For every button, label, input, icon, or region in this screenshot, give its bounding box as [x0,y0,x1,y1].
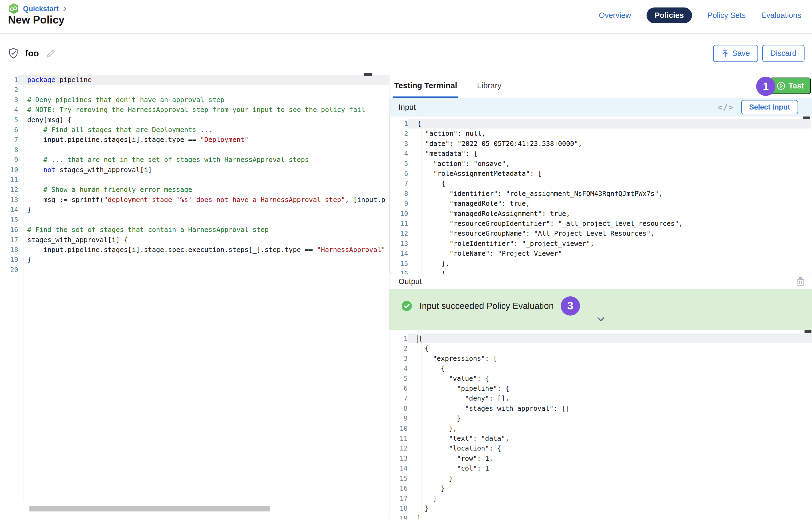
input-gutter-divider [422,116,422,274]
upload-arrow-icon [721,49,729,58]
nav-policies-active[interactable]: Policies [646,7,692,23]
code-line: 10 "managedRoleAssignment": true, [390,209,811,218]
breadcrumb: Quickstart [8,3,67,15]
code-line: 12 "location": { [389,443,812,453]
input-overview-ruler-mark [803,116,810,119]
trash-icon[interactable] [796,277,805,287]
input-section-header: Input </> Select Input [389,98,812,116]
code-line: 1{ [390,119,811,129]
code-brackets-icon[interactable]: </> [718,103,734,112]
code-line: 5deny[msg] { [0,115,389,125]
policy-code-editor[interactable]: 1package pipeline23# Deny pipelines that… [0,73,389,519]
code-line: 11 [0,175,389,185]
input-json-lines: 1{2 "action": null,3 "date": "2022-05-05… [390,119,811,274]
code-line: 6 "roleAssignmentMetadata": [ [390,168,811,179]
save-button[interactable]: Save [713,45,758,62]
code-line: 1[ [389,334,812,343]
code-line: 4 { [389,363,812,373]
discard-button-label: Discard [770,49,796,58]
policy-editor-page: Quickstart New Policy Overview Policies … [0,0,812,520]
editor-overview-ruler-mark [364,73,372,76]
input-label: Input [399,103,416,112]
code-line: 14} [0,205,389,214]
code-line: 18 } [389,503,812,513]
shield-check-icon [7,47,19,59]
page-title: New Policy [8,14,65,26]
code-line: 11 "resourceGroupIdentifier": "_all_proj… [390,218,811,229]
chevron-down-icon[interactable] [597,317,605,321]
code-line: 16 } [389,484,812,493]
code-line: 4 "metadata": { [390,149,811,158]
top-nav: Overview Policies Policy Sets Evaluation… [599,7,801,23]
code-line: 1package pipeline [0,75,389,85]
code-line: 16 { [390,268,811,274]
check-circle-icon [401,300,412,312]
code-line: 19] [389,513,812,519]
code-line: 17 ] [389,494,812,503]
code-line: 6 # Find all stages that are Deployments… [0,125,389,135]
code-line: 13 "row": 1, [389,453,812,463]
code-line: 8 "identifier": "role_assignment_NsFQM43… [390,189,811,199]
code-line: 9 # ... that are not in the set of stage… [0,155,389,164]
nav-policy-sets[interactable]: Policy Sets [708,11,746,20]
code-line: 5 "value": { [389,373,812,384]
code-line: 10 not stages_with_approval[i] [0,165,389,175]
policy-toolbar: foo Save Discard [0,34,812,73]
code-line: 14 "col": 1 [389,463,812,473]
edit-pencil-icon[interactable] [45,47,57,59]
editor-horizontal-scrollbar[interactable] [29,506,270,512]
output-gutter-divider [421,330,422,518]
code-line: 15 [0,215,389,225]
code-line: 19} [0,255,389,264]
code-line: 5 "action": "onsave", [390,159,811,168]
nav-evaluations[interactable]: Evaluations [761,11,801,20]
input-json-editor[interactable]: 1{2 "action": null,3 "date": "2022-05-05… [389,116,811,274]
output-json-lines: 1[2 {3 "expressions": [4 {5 "value": {6 … [389,334,812,519]
code-line: 3# Deny pipelines that don't have an app… [0,95,389,105]
output-json-viewer[interactable]: 1[2 {3 "expressions": [4 {5 "value": {6 … [389,330,812,519]
output-section-header: Output [389,274,812,289]
discard-button[interactable]: Discard [762,45,805,62]
output-overview-ruler-mark [805,330,811,333]
chevron-right-icon [62,6,67,12]
code-line: 3 "date": "2022-05-05T20:41:23.538+0000"… [390,139,811,149]
success-message: Input succeeded Policy Evaluation [420,301,554,311]
tab-library[interactable]: Library [477,73,502,98]
code-line: 10 }, [389,423,812,434]
breadcrumb-project-link[interactable]: Quickstart [23,5,59,13]
code-line: 17stages_with_approval[i] { [0,235,389,245]
select-input-button[interactable]: Select Input [741,100,798,114]
annotation-badge-3: 3 [561,296,580,316]
code-line: 7 "deny": [], [389,393,812,403]
code-line: 4# NOTE: Try removing the HarnessApprova… [0,105,389,114]
code-line: 8 "stages_with_approval": [] [389,404,812,413]
play-circle-icon [777,81,786,90]
code-line: 13 "roleIdentifier": "_project_viewer", [390,239,811,249]
code-line: 2 "action": null, [390,129,811,138]
code-line: 15 }, [390,259,811,268]
code-line: 12 "resourceGroupName": "All Project Lev… [390,229,811,238]
tab-testing-terminal[interactable]: Testing Terminal [394,73,457,98]
code-line: 9 "managedRole": true, [390,199,811,208]
code-line: 9 } [389,413,812,423]
annotation-badge-1: 1 [756,77,776,96]
code-line: 14 "roleName": "Project Viewer" [390,249,811,258]
top-header: Quickstart New Policy Overview Policies … [0,0,812,34]
test-button[interactable]: Test [769,77,811,94]
evaluation-success-banner: Input succeeded Policy Evaluation 3 [389,289,812,330]
test-button-label: Test [789,81,804,90]
nav-overview[interactable]: Overview [599,11,631,20]
editor-gutter-divider [24,73,24,501]
policy-code-lines: 1package pipeline23# Deny pipelines that… [0,73,389,275]
code-line: 2 [0,85,389,95]
code-line: 7 { [390,179,811,188]
code-line: 13 msg := sprintf("deployment stage '%s'… [0,195,389,205]
code-line: 20 [0,265,389,275]
code-line: 2 { [389,343,812,353]
code-line: 12 # Show a human-friendly error message [0,185,389,194]
save-button-label: Save [732,49,750,58]
content-split: 1package pipeline23# Deny pipelines that… [0,73,812,519]
terminal-tabbar: 2 Testing Terminal Library 1 Test [389,73,812,98]
code-line: 18 input.pipeline.stages[i].stage.spec.e… [0,245,389,255]
code-line: 6 "pipeline": { [389,384,812,393]
